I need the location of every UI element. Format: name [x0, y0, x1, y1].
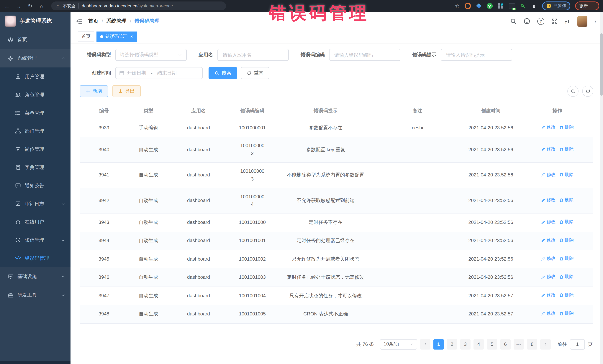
sidebar-item-user[interactable]: 用户管理: [0, 67, 70, 86]
extension-paused-pill[interactable]: 已暂停: [542, 1, 570, 10]
error-hint-input[interactable]: [445, 52, 508, 58]
pager-page-1[interactable]: 1: [433, 339, 444, 349]
extension-puzzle-icon[interactable]: [531, 3, 537, 9]
extension-green-icon[interactable]: [487, 3, 493, 9]
edit-link[interactable]: 修改: [541, 237, 556, 244]
close-tab-icon[interactable]: [130, 35, 133, 38]
pager-page-5[interactable]: 5: [487, 339, 497, 349]
edit-link[interactable]: 修改: [541, 310, 556, 317]
goto-page-group: 前往 页: [557, 339, 593, 349]
sidebar-item-devtool[interactable]: 研发工具: [0, 286, 70, 304]
window-scrollbar[interactable]: [600, 12, 603, 364]
breadcrumb-system[interactable]: 系统管理: [106, 18, 127, 24]
date-range-picker[interactable]: 开始日期 - 结束日期: [116, 67, 203, 79]
search-icon[interactable]: [510, 18, 517, 24]
delete-link[interactable]: 删除: [559, 124, 574, 131]
edit-link[interactable]: 修改: [541, 273, 556, 280]
monitor-icon: [7, 274, 13, 279]
app-logo-row[interactable]: 芋道管理系统: [0, 12, 70, 30]
pager-page-4[interactable]: 4: [474, 339, 484, 349]
tab-error-code[interactable]: 错误码管理: [96, 31, 137, 42]
delete-link[interactable]: 删除: [559, 197, 574, 203]
delete-link[interactable]: 删除: [559, 292, 574, 298]
delete-link[interactable]: 删除: [559, 273, 574, 280]
edit-link[interactable]: 修改: [541, 171, 556, 178]
delete-link[interactable]: 删除: [559, 146, 574, 153]
extension-grid-icon[interactable]: [498, 3, 504, 9]
font-size-icon[interactable]: TT: [565, 18, 570, 24]
sidebar-item-infra[interactable]: 基础设施: [0, 267, 70, 286]
sidebar-item-online-user[interactable]: 在线用户: [0, 213, 70, 231]
sidebar-item-notice[interactable]: 通知公告: [0, 176, 70, 195]
delete-link[interactable]: 删除: [559, 237, 574, 244]
scrollbar-thumb[interactable]: [600, 33, 603, 96]
page-size-select[interactable]: 10条/页: [380, 339, 417, 349]
fullscreen-icon[interactable]: [552, 18, 558, 24]
edit-link[interactable]: 修改: [541, 146, 556, 153]
goto-page-input[interactable]: [570, 339, 585, 349]
extension-orange-icon[interactable]: [464, 3, 471, 9]
sidebar-item-system[interactable]: 系统管理: [0, 49, 70, 67]
extension-key-icon[interactable]: [520, 3, 526, 9]
edit-link[interactable]: 修改: [541, 218, 556, 225]
error-code-input[interactable]: [334, 52, 396, 58]
insecure-warning-icon: ⚠: [56, 3, 60, 8]
edit-link[interactable]: 修改: [541, 197, 556, 203]
refresh-table-button[interactable]: [582, 86, 593, 97]
table-toolbar: 新增 导出: [80, 85, 593, 97]
main-area: 首页 / 系统管理 / 错误码管理 ?: [70, 12, 603, 364]
cell-actions: 修改删除: [521, 213, 593, 232]
delete-link[interactable]: 删除: [559, 218, 574, 225]
help-icon[interactable]: ?: [537, 18, 545, 25]
error-type-select[interactable]: 请选择错误码类型: [116, 49, 187, 61]
export-button[interactable]: 导出: [112, 85, 141, 97]
pager-page-2[interactable]: 2: [447, 339, 457, 349]
edit-link[interactable]: 修改: [541, 124, 556, 131]
edit-link[interactable]: 修改: [541, 292, 556, 298]
delete-link[interactable]: 删除: [559, 310, 574, 317]
browser-forward-icon[interactable]: →: [15, 3, 22, 9]
edit-link[interactable]: 修改: [541, 255, 556, 262]
user-menu-caret-icon[interactable]: ▾: [594, 19, 596, 23]
sidebar-item-post[interactable]: 岗位管理: [0, 140, 70, 158]
browser-update-pill[interactable]: 更新 ⋮: [575, 1, 599, 10]
search-button[interactable]: 搜索: [209, 67, 237, 79]
user-avatar[interactable]: [577, 16, 587, 26]
sidebar-item-error-code[interactable]: </>错误码管理: [0, 249, 70, 267]
sidebar-item-menu[interactable]: 菜单管理: [0, 104, 70, 122]
col-header-action: 操作: [521, 103, 593, 119]
browser-menu-icon[interactable]: ⋮: [591, 3, 595, 9]
browser-home-icon[interactable]: ⌂: [38, 3, 45, 9]
add-button[interactable]: 新增: [80, 85, 108, 97]
pager-page-3[interactable]: 3: [460, 339, 471, 349]
pager-page-8[interactable]: 8: [527, 339, 537, 349]
extension-dark-icon[interactable]: on: [509, 3, 515, 9]
sidebar-item-dept[interactable]: 部门管理: [0, 122, 70, 140]
collapse-sidebar-icon[interactable]: [76, 18, 82, 24]
bookmark-star-icon[interactable]: ☆: [455, 3, 460, 9]
sidebar-item-role[interactable]: 角色管理: [0, 86, 70, 104]
sidebar-item-dict[interactable]: 字典管理: [0, 158, 70, 176]
next-page-button[interactable]: [540, 339, 551, 349]
breadcrumb-home[interactable]: 首页: [88, 18, 98, 24]
delete-link[interactable]: 删除: [559, 171, 574, 178]
sidebar-item-audit-log[interactable]: 审计日志: [0, 195, 70, 213]
delete-link[interactable]: 删除: [559, 255, 574, 262]
sidebar-item-sms[interactable]: 短信管理: [0, 231, 70, 249]
users-icon: [15, 92, 21, 98]
cell-app: dashboard: [169, 250, 228, 268]
pager-ellipsis[interactable]: •••: [514, 339, 524, 349]
app-name-input[interactable]: [222, 52, 284, 58]
reset-button[interactable]: 重置: [241, 67, 269, 79]
pager-page-6[interactable]: 6: [500, 339, 510, 349]
github-icon[interactable]: [524, 18, 531, 24]
tab-home[interactable]: 首页: [78, 31, 94, 42]
browser-back-icon[interactable]: ←: [4, 3, 10, 9]
address-bar[interactable]: ⚠ 不安全 dashboard.yudao.iocoder.cn/system/…: [51, 1, 226, 10]
browser-reload-icon[interactable]: ↻: [27, 3, 33, 9]
toggle-search-button[interactable]: [567, 86, 579, 97]
extension-gem-icon[interactable]: [475, 3, 482, 9]
sidebar-item-home[interactable]: 首页: [0, 30, 70, 49]
audit-log-icon: [15, 201, 21, 207]
prev-page-button[interactable]: [420, 339, 430, 349]
